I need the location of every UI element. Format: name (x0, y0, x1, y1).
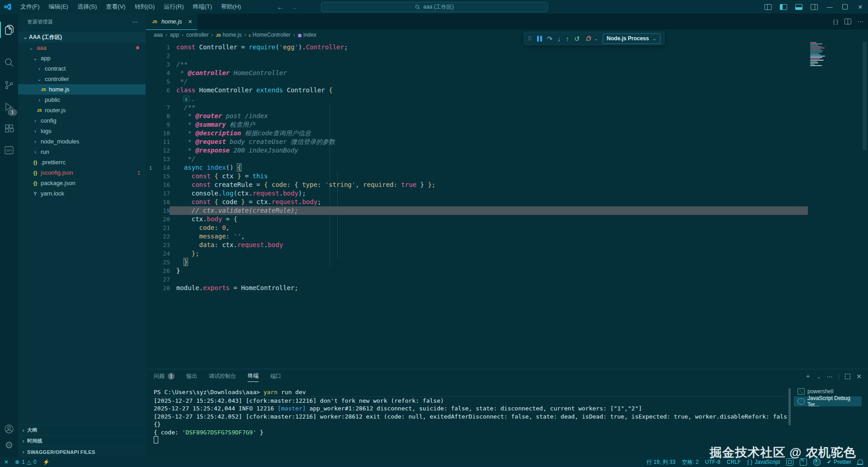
restore-button[interactable] (837, 0, 853, 14)
step-out-icon[interactable]: ↑ (566, 35, 570, 42)
activity-swagger-api-icon[interactable]: /API (0, 140, 18, 160)
toggle-panel-icon[interactable] (791, 0, 807, 14)
terminal-output[interactable]: PS C:\Users\syz\Downloads\aaa> yarn run … (154, 388, 787, 445)
breadcrumb-symbol-icon: JS (216, 33, 221, 38)
code-line: 27 (146, 275, 868, 284)
panel-tab-0[interactable]: 问题1 (154, 372, 175, 382)
code-editor[interactable]: 1const Controller = require('egg').Contr… (146, 40, 868, 369)
tree-item-controller[interactable]: ⌄controller (18, 74, 146, 84)
tree-item-logs[interactable]: ›logs (18, 126, 146, 136)
tree-item-contract[interactable]: ›contract (18, 63, 146, 74)
customize-layout-icon[interactable] (760, 0, 776, 14)
step-over-icon[interactable]: ↷ (547, 35, 553, 42)
tree-item-.prettierrc[interactable]: {}.prettierrc (18, 157, 146, 167)
line-number: 20 (146, 215, 170, 224)
pause-icon[interactable] (537, 36, 542, 42)
menu-item-5[interactable]: 运行(R) (160, 1, 188, 12)
tree-item-package.json[interactable]: {}package.json (18, 178, 146, 188)
swagger-codelens-icon[interactable] (183, 95, 190, 102)
tree-item-config[interactable]: ›config (18, 115, 146, 126)
close-panel-icon[interactable]: ✕ (856, 373, 862, 380)
tree-item-jsconfig.json[interactable]: {}jsconfig.json1 (18, 167, 146, 178)
tree-item-router.js[interactable]: JSrouter.js (18, 105, 146, 115)
settings-gear-icon[interactable]: ⚙ (0, 435, 18, 455)
code-line: 10 * @description 根据code查询用户信息 (146, 129, 868, 138)
step-into-icon[interactable]: ↓ (557, 35, 561, 42)
workspace-root-row[interactable]: ⌄ AAA (工作区) (18, 32, 146, 43)
chevron-down-icon: ⌄ (36, 76, 43, 82)
explorer-more-actions-icon[interactable]: ⋯ (132, 18, 139, 25)
menu-item-0[interactable]: 文件(F) (16, 1, 44, 12)
terminal-profile-chevron-icon[interactable]: ⌄ (817, 374, 821, 379)
sidebar-section-0[interactable]: ›大纲 (18, 424, 146, 435)
tree-item-label: aaa (37, 44, 47, 51)
minimize-button[interactable]: — (822, 0, 837, 14)
nav-forward-icon[interactable]: → (291, 3, 297, 11)
minimap[interactable] (808, 42, 832, 67)
menu-item-6[interactable]: 终端(T) (189, 1, 216, 12)
tree-item-run[interactable]: ›run (18, 147, 146, 157)
tab-close-icon[interactable]: ✕ (188, 19, 193, 25)
split-editor-icon[interactable] (844, 19, 851, 24)
disconnect-icon[interactable] (583, 33, 594, 44)
sidebar-section-2[interactable]: ›SWAGGER/OPENAPI FILES (18, 446, 146, 457)
panel-tab-2[interactable]: 调试控制台 (209, 372, 236, 382)
activity-source-control-icon[interactable] (0, 75, 18, 95)
panel-more-actions-icon[interactable]: ⋯ (826, 373, 833, 380)
sidebar-section-1[interactable]: ›时间线 (18, 435, 146, 446)
breadcrumb-item-0[interactable]: aaa (154, 32, 163, 38)
maximize-panel-icon[interactable] (845, 374, 850, 379)
panel-tab-3[interactable]: 终端 (248, 372, 259, 382)
menu-item-4[interactable]: 转到(G) (131, 1, 159, 12)
breadcrumb-item-4[interactable]: ꞇHomeController (249, 32, 290, 38)
chevron-right-icon: › (32, 149, 39, 155)
tab-home-js[interactable]: JS home.js ✕ (146, 14, 198, 30)
line-number: 16 (146, 181, 170, 189)
tree-item-home.js[interactable]: JShome.js (18, 84, 146, 95)
editor-scrollbar[interactable] (863, 42, 867, 150)
breadcrumb-item-3[interactable]: JShome.js (216, 32, 241, 38)
explorer-sidebar: 资源管理器 ⋯ ⌄ AAA (工作区) ⌄aaa⌄app›contract⌄co… (18, 14, 146, 457)
panel-tab-1[interactable]: 输出 (186, 372, 197, 382)
chevron-down-icon[interactable]: ⌄ (594, 36, 598, 41)
remote-indicator-icon[interactable]: ✕ (1, 457, 12, 467)
activity-search-icon[interactable] (0, 52, 18, 72)
line-number: 22 (146, 232, 170, 241)
tree-item-node_modules[interactable]: ›node_modules (18, 136, 146, 147)
editor-more-actions-icon[interactable]: ⋯ (858, 18, 863, 25)
breadcrumb-item-5[interactable]: ▣index (298, 32, 316, 38)
toggle-sidebar-icon[interactable] (776, 0, 791, 14)
restart-icon[interactable]: ↺ (574, 35, 580, 42)
activity-explorer-icon[interactable] (0, 20, 18, 40)
problems-status[interactable]: ⊗ 1 △ 0 (12, 457, 40, 467)
menu-item-2[interactable]: 选择(S) (73, 1, 101, 12)
tree-item-aaa[interactable]: ⌄aaa (18, 43, 146, 53)
activity-extensions-icon[interactable] (0, 119, 18, 138)
drag-grip-icon[interactable]: ⠿ (528, 35, 532, 42)
breadcrumb-item-2[interactable]: controller (186, 32, 208, 38)
format-braces-icon[interactable]: { } (833, 19, 838, 25)
terminal-line: 2025-12-27 15:25:42,044 INFO 12216 [mast… (154, 405, 787, 413)
status-misc-icon[interactable]: ⚡ (40, 457, 53, 467)
status-indentation[interactable]: 空格: 2 (679, 457, 702, 467)
tree-item-app[interactable]: ⌄app (18, 53, 146, 63)
menu-item-3[interactable]: 查看(V) (102, 1, 129, 12)
nav-back-icon[interactable]: ← (277, 3, 283, 11)
new-terminal-icon[interactable]: ＋ (805, 372, 811, 381)
tree-item-public[interactable]: ›public (18, 95, 146, 105)
chevron-down-icon[interactable]: ⌄ (191, 97, 194, 102)
tree-item-label: config (41, 117, 57, 124)
panel-tab-4[interactable]: 端口 (270, 372, 281, 382)
tree-item-yarn.lock[interactable]: Yyarn.lock (18, 188, 146, 199)
toggle-secondary-sidebar-icon[interactable] (807, 0, 822, 14)
command-center-search[interactable]: aaa (工作区) (321, 2, 548, 12)
status-cursor-position[interactable]: 行 19, 列 33 (643, 457, 679, 467)
debug-session-select[interactable]: Node.js Process ⌄ (603, 33, 660, 44)
activity-run-debug-icon[interactable]: 1 (0, 97, 18, 117)
close-button[interactable]: ✕ (853, 0, 868, 14)
menu-item-7[interactable]: 帮助(H) (217, 1, 245, 12)
menu-item-1[interactable]: 编辑(E) (45, 1, 72, 12)
breadcrumb-item-1[interactable]: app (170, 32, 179, 38)
terminal-scrollbar[interactable] (788, 388, 791, 425)
terminal-instance-1[interactable]: ◌JavaScript Debug Ter... (794, 396, 862, 406)
